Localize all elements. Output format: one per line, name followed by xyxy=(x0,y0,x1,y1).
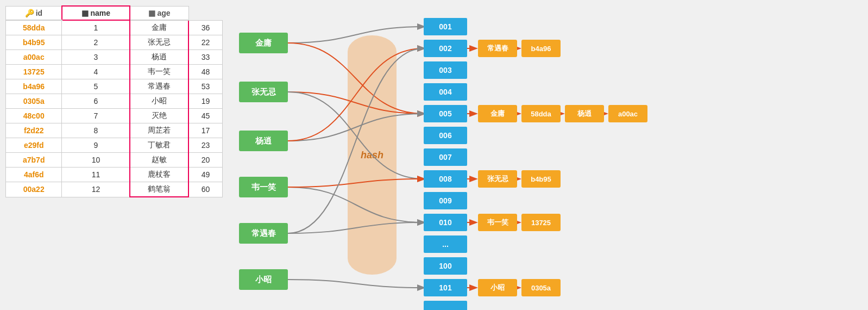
cell-rowid: 58dda xyxy=(6,20,62,35)
cell-age: 45 xyxy=(188,109,222,123)
cell-name: 周芷若 xyxy=(130,123,188,138)
cell-num: 6 xyxy=(62,94,130,109)
table-row: 58dda 1 金庸 36 xyxy=(6,20,223,35)
input-node-0: 金庸 xyxy=(239,33,288,53)
diagram-section: hash 金庸张无忌杨逍韦一笑常遇春小昭00100200300400500600… xyxy=(228,0,868,310)
input-node-2: 杨逍 xyxy=(239,131,288,151)
cell-num: 8 xyxy=(62,123,130,138)
chain-node-3-1: 13725 xyxy=(521,214,561,231)
col-header-age: ▦age xyxy=(130,6,188,20)
cell-rowid: 4af6d xyxy=(6,168,62,182)
cell-age: 22 xyxy=(188,35,222,50)
input-node-5: 小昭 xyxy=(239,269,288,290)
cell-num: 5 xyxy=(62,79,130,94)
bucket-6: 007 xyxy=(424,148,467,166)
cell-rowid: b4a96 xyxy=(6,79,62,94)
cell-age: 33 xyxy=(188,50,222,65)
cell-name: 金庸 xyxy=(130,20,188,35)
table-row: a00ac 3 杨逍 33 xyxy=(6,50,223,65)
cell-name: 杨逍 xyxy=(130,50,188,65)
cell-num: 7 xyxy=(62,109,130,123)
cell-rowid: a7b7d xyxy=(6,153,62,168)
bucket-13: ... xyxy=(424,301,467,310)
table-row: f2d22 8 周芷若 17 xyxy=(6,123,223,138)
table-row: b4b95 2 张无忌 22 xyxy=(6,35,223,50)
cell-name: 赵敏 xyxy=(130,153,188,168)
cell-num: 10 xyxy=(62,153,130,168)
bucket-2: 003 xyxy=(424,61,467,79)
cell-rowid: f2d22 xyxy=(6,123,62,138)
cell-age: 17 xyxy=(188,123,222,138)
diagram-inner: hash 金庸张无忌杨逍韦一笑常遇春小昭00100200300400500600… xyxy=(228,3,868,307)
cell-num: 9 xyxy=(62,138,130,153)
cell-age: 48 xyxy=(188,65,222,79)
bucket-7: 008 xyxy=(424,170,467,188)
table-row: 48c00 7 灭绝 45 xyxy=(6,109,223,123)
cell-rowid: e29fd xyxy=(6,138,62,153)
cell-age: 53 xyxy=(188,79,222,94)
cell-num: 12 xyxy=(62,182,130,197)
cell-name: 丁敏君 xyxy=(130,138,188,153)
bucket-11: 100 xyxy=(424,257,467,275)
table-row: 4af6d 11 鹿杖客 49 xyxy=(6,168,223,182)
chain-node-1-0: 金庸 xyxy=(478,105,517,122)
table-row: 00a22 12 鹤笔翁 60 xyxy=(6,182,223,197)
table-row: a7b7d 10 赵敏 20 xyxy=(6,153,223,168)
bucket-9: 010 xyxy=(424,214,467,231)
chain-node-0-0: 常遇春 xyxy=(478,40,517,57)
col-header-name: ▦name xyxy=(62,6,130,20)
input-node-4: 常遇春 xyxy=(239,223,288,244)
cell-age: 23 xyxy=(188,138,222,153)
cell-rowid: a00ac xyxy=(6,50,62,65)
bucket-0: 001 xyxy=(424,18,467,35)
col-header-id: 🔑id xyxy=(6,6,62,20)
cell-rowid: 00a22 xyxy=(6,182,62,197)
cell-num: 3 xyxy=(62,50,130,65)
cell-rowid: b4b95 xyxy=(6,35,62,50)
table-row: 0305a 6 小昭 19 xyxy=(6,94,223,109)
chain-node-1-3: a00ac xyxy=(608,105,647,122)
cell-age: 19 xyxy=(188,94,222,109)
cell-name: 小昭 xyxy=(130,94,188,109)
bucket-4: 005 xyxy=(424,105,467,122)
table-row: 13725 4 韦一笑 48 xyxy=(6,65,223,79)
bucket-3: 004 xyxy=(424,83,467,101)
cell-num: 1 xyxy=(62,20,130,35)
bucket-12: 101 xyxy=(424,279,467,296)
cell-age: 36 xyxy=(188,20,222,35)
cell-name: 鹤笔翁 xyxy=(130,182,188,197)
chain-node-3-0: 韦一笑 xyxy=(478,214,517,231)
chain-node-1-1: 58dda xyxy=(521,105,561,122)
cell-num: 11 xyxy=(62,168,130,182)
bucket-5: 006 xyxy=(424,127,467,144)
chain-node-1-2: 杨逍 xyxy=(565,105,604,122)
table-row: b4a96 5 常遇春 53 xyxy=(6,79,223,94)
hash-cylinder: hash xyxy=(348,35,397,275)
cell-rowid: 48c00 xyxy=(6,109,62,123)
chain-node-4-0: 小昭 xyxy=(478,279,517,296)
cell-name: 张无忌 xyxy=(130,35,188,50)
chain-node-2-1: b4b95 xyxy=(521,170,561,188)
table-row: e29fd 9 丁敏君 23 xyxy=(6,138,223,153)
cell-name: 韦一笑 xyxy=(130,65,188,79)
cell-name: 灭绝 xyxy=(130,109,188,123)
cell-name: 常遇春 xyxy=(130,79,188,94)
bucket-10: ... xyxy=(424,235,467,253)
bucket-8: 009 xyxy=(424,192,467,209)
cell-age: 20 xyxy=(188,153,222,168)
table-section: 🔑id ▦name ▦age 58dda 1 金庸 36 b4b95 2 张无忌… xyxy=(0,0,228,310)
cell-age: 60 xyxy=(188,182,222,197)
chain-node-4-1: 0305a xyxy=(521,279,561,296)
chain-node-2-0: 张无忌 xyxy=(478,170,517,188)
cell-rowid: 0305a xyxy=(6,94,62,109)
data-table: 🔑id ▦name ▦age 58dda 1 金庸 36 b4b95 2 张无忌… xyxy=(5,5,223,197)
input-node-1: 张无忌 xyxy=(239,82,288,102)
cell-num: 4 xyxy=(62,65,130,79)
input-node-3: 韦一笑 xyxy=(239,177,288,197)
cell-age: 49 xyxy=(188,168,222,182)
bucket-1: 002 xyxy=(424,40,467,57)
cell-num: 2 xyxy=(62,35,130,50)
chain-node-0-1: b4a96 xyxy=(521,40,561,57)
cell-name: 鹿杖客 xyxy=(130,168,188,182)
cell-rowid: 13725 xyxy=(6,65,62,79)
